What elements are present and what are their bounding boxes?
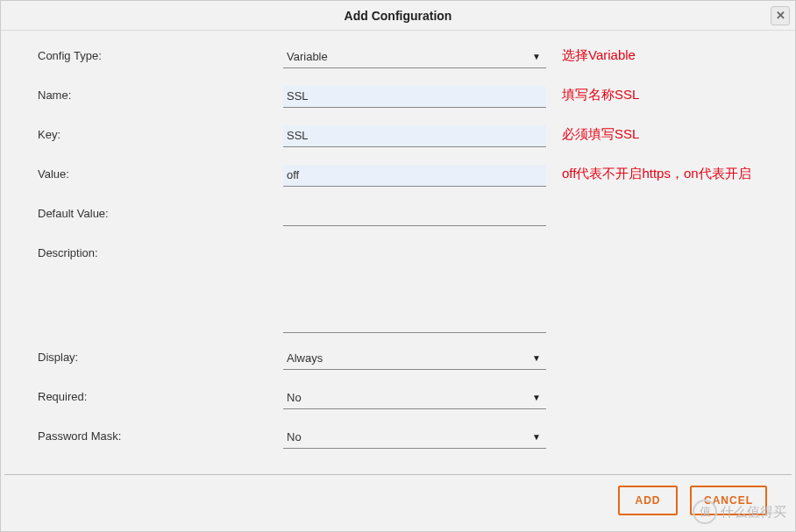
display-value: Always: [287, 351, 323, 365]
value-input[interactable]: [283, 165, 546, 187]
label-config-type: Config Type:: [38, 46, 283, 62]
label-name: Name:: [38, 86, 283, 102]
description-textarea[interactable]: [283, 244, 546, 333]
annotation-config-type: 选择Variable: [546, 46, 636, 64]
label-key: Key:: [38, 125, 283, 141]
label-display: Display:: [38, 348, 283, 364]
required-select[interactable]: No ▼: [283, 387, 546, 409]
display-select[interactable]: Always ▼: [283, 348, 546, 370]
row-value: Value: off代表不开启https，on代表开启: [38, 165, 760, 187]
row-config-type: Config Type: Variable ▼ 选择Variable: [38, 46, 760, 68]
dialog-title: Add Configuration: [345, 9, 452, 23]
row-default-value: Default Value:: [38, 204, 760, 226]
default-value-input[interactable]: [283, 204, 546, 226]
chevron-down-icon: ▼: [532, 353, 541, 363]
chevron-down-icon: ▼: [532, 432, 541, 442]
row-required: Required: No ▼: [38, 387, 760, 409]
label-value: Value:: [38, 165, 283, 181]
add-button[interactable]: ADD: [618, 486, 678, 515]
config-type-value: Variable: [287, 50, 328, 63]
chevron-down-icon: ▼: [532, 52, 541, 61]
close-icon: ✕: [776, 9, 785, 22]
label-description: Description:: [38, 244, 283, 259]
form-body: Config Type: Variable ▼ 选择Variable Name:…: [1, 31, 795, 469]
required-value: No: [287, 391, 302, 404]
key-input[interactable]: [283, 125, 546, 147]
close-button[interactable]: ✕: [771, 6, 790, 25]
add-configuration-dialog: Add Configuration ✕ Config Type: Variabl…: [0, 0, 796, 532]
row-name: Name: 填写名称SSL: [38, 86, 760, 108]
annotation-value: off代表不开启https，on代表开启: [546, 165, 751, 182]
label-password-mask: Password Mask:: [38, 427, 283, 443]
label-required: Required:: [38, 387, 283, 403]
row-display: Display: Always ▼: [38, 348, 760, 370]
config-type-select[interactable]: Variable ▼: [283, 46, 546, 68]
password-mask-value: No: [287, 430, 302, 443]
chevron-down-icon: ▼: [532, 393, 541, 402]
row-password-mask: Password Mask: No ▼: [38, 427, 760, 449]
label-default-value: Default Value:: [38, 204, 283, 220]
password-mask-select[interactable]: No ▼: [283, 427, 546, 449]
footer-divider: [4, 474, 792, 475]
dialog-footer: ADD CANCEL: [618, 486, 767, 515]
row-key: Key: 必须填写SSL: [38, 125, 760, 147]
annotation-name: 填写名称SSL: [546, 86, 639, 103]
name-input[interactable]: [283, 86, 546, 108]
dialog-titlebar: Add Configuration ✕: [1, 1, 795, 31]
cancel-button[interactable]: CANCEL: [690, 486, 767, 515]
row-description: Description:: [38, 244, 760, 336]
annotation-key: 必须填写SSL: [546, 125, 639, 143]
